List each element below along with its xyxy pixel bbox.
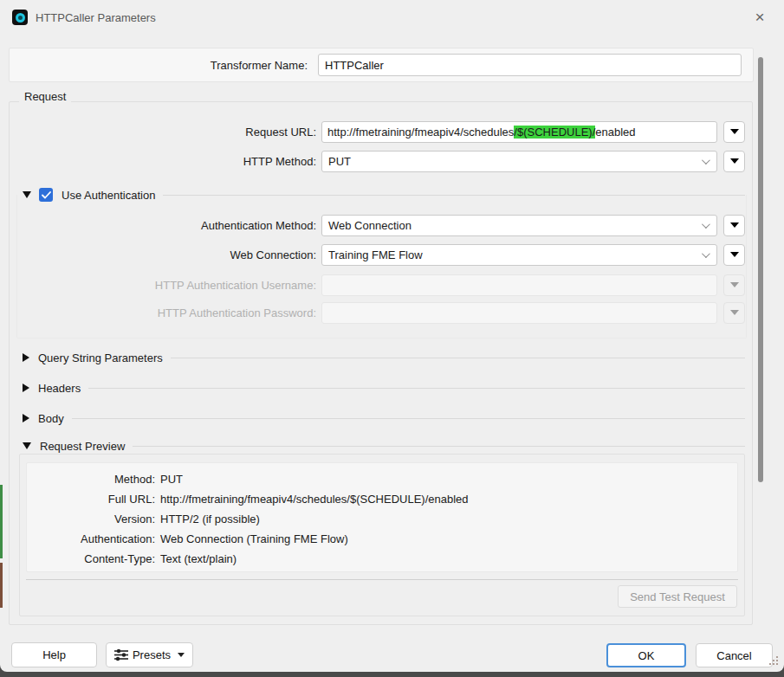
transformer-icon-ring — [16, 13, 25, 23]
checkmark-icon — [42, 191, 51, 199]
divider — [171, 358, 745, 358]
http-method-menu-button[interactable] — [723, 151, 745, 172]
http-auth-username-menu-button — [723, 274, 745, 296]
collapse-triangle-icon — [23, 442, 31, 449]
preview-row-full-url: Full URL: http://fmetraining/fmeapiv4/sc… — [27, 489, 737, 509]
dropdown-triangle-icon — [730, 282, 739, 287]
preview-value: HTTP/2 (if possible) — [160, 513, 260, 525]
http-auth-username-row: HTTP Authentication Username: — [17, 274, 745, 296]
request-preview-box: Method: PUT Full URL: http://fmetraining… — [19, 454, 745, 616]
use-authentication-checkbox[interactable] — [39, 188, 53, 202]
http-auth-username-input — [321, 274, 717, 296]
http-auth-password-label: HTTP Authentication Password: — [17, 306, 316, 319]
title-bar: HTTPCaller Parameters × — [0, 0, 784, 35]
background-window-sliver-green — [0, 485, 3, 558]
authentication-method-menu-button[interactable] — [723, 215, 745, 236]
transformer-icon — [12, 10, 28, 25]
preview-value: PUT — [160, 473, 183, 486]
preview-value: Text (text/plain) — [160, 552, 236, 565]
request-url-input[interactable]: http://fmetraining/fmeapiv4/schedules/$(… — [321, 121, 717, 143]
transformer-name-panel: Transformer Name: — [9, 48, 754, 82]
section-body[interactable]: Body — [23, 410, 745, 426]
expand-triangle-icon — [23, 384, 29, 392]
section-query-string-parameters[interactable]: Query String Parameters — [23, 350, 745, 365]
request-url-highlighted-text: /$(SCHEDULE)/ — [514, 126, 595, 139]
preview-row-authentication: Authentication: Web Connection (Training… — [27, 529, 737, 549]
request-group-label: Request — [19, 90, 71, 103]
divider — [72, 418, 745, 419]
transformer-name-input[interactable] — [318, 54, 742, 76]
vertical-scrollbar-thumb[interactable] — [758, 57, 763, 482]
section-headers[interactable]: Headers — [23, 380, 745, 396]
authentication-method-value: Web Connection — [328, 219, 411, 232]
cancel-button[interactable]: Cancel — [696, 643, 773, 667]
preview-row-method: Method: PUT — [27, 469, 737, 489]
use-authentication-header[interactable]: Use Authentication — [23, 187, 745, 203]
send-test-request-button[interactable]: Send Test Request — [618, 585, 737, 608]
dropdown-triangle-icon — [730, 252, 739, 257]
dropdown-triangle-icon — [730, 310, 739, 315]
chevron-down-icon — [702, 249, 710, 258]
request-url-menu-button[interactable] — [723, 121, 745, 143]
web-connection-row: Web Connection: Training FME Flow — [17, 243, 745, 266]
transformer-name-label: Transformer Name: — [10, 59, 313, 72]
section-request-preview[interactable]: Request Preview — [23, 438, 745, 454]
request-url-row: Request URL: http://fmetraining/fmeapiv4… — [17, 120, 745, 143]
dropdown-triangle-icon — [730, 222, 739, 228]
http-method-select[interactable]: PUT — [321, 151, 717, 172]
http-method-row: HTTP Method: PUT — [17, 150, 745, 172]
preview-value: http://fmetraining/fmeapiv4/schedules/$(… — [160, 493, 469, 506]
http-auth-password-row: HTTP Authentication Password: — [17, 301, 745, 324]
web-connection-select[interactable]: Training FME Flow — [321, 244, 717, 266]
collapse-triangle-icon — [23, 191, 31, 198]
resize-grip[interactable] — [767, 654, 778, 665]
chevron-down-icon — [702, 156, 710, 164]
dropdown-triangle-icon — [730, 129, 739, 134]
authentication-method-label: Authentication Method: — [17, 219, 316, 232]
request-preview-label: Request Preview — [40, 440, 125, 453]
divider — [88, 388, 745, 389]
presets-button-label: Presets — [133, 648, 171, 661]
expand-triangle-icon — [23, 414, 29, 422]
close-icon[interactable]: × — [746, 3, 774, 31]
http-auth-password-menu-button — [723, 302, 745, 324]
http-auth-username-label: HTTP Authentication Username: — [17, 279, 316, 292]
preview-label: Content-Type: — [27, 552, 155, 565]
use-authentication-label: Use Authentication — [62, 189, 155, 202]
divider — [163, 195, 745, 196]
preview-label: Version: — [27, 513, 155, 525]
preview-label: Authentication: — [27, 532, 155, 545]
preview-label: Method: — [27, 473, 155, 486]
dialog-title: HTTPCaller Parameters — [36, 11, 156, 24]
divider — [26, 579, 738, 580]
section-label: Headers — [38, 382, 81, 395]
httpcaller-parameters-dialog: HTTPCaller Parameters × Transformer Name… — [0, 0, 784, 672]
http-auth-password-input — [321, 302, 717, 324]
chevron-down-icon — [702, 220, 710, 229]
web-connection-label: Web Connection: — [17, 248, 316, 261]
request-url-text-after: enabled — [595, 126, 635, 139]
preview-row-content-type: Content-Type: Text (text/plain) — [27, 549, 737, 569]
expand-triangle-icon — [23, 353, 29, 362]
preview-value: Web Connection (Training FME Flow) — [160, 532, 348, 545]
presets-sliders-icon — [114, 648, 128, 661]
section-label: Query String Parameters — [38, 351, 163, 364]
preview-row-version: Version: HTTP/2 (if possible) — [27, 509, 737, 529]
help-button[interactable]: Help — [11, 642, 97, 667]
preview-label: Full URL: — [27, 493, 155, 506]
request-url-label: Request URL: — [17, 126, 316, 139]
ok-button[interactable]: OK — [606, 643, 686, 667]
divider — [133, 446, 745, 447]
web-connection-value: Training FME Flow — [328, 248, 423, 261]
background-window-sliver-brown — [0, 563, 3, 608]
dropdown-triangle-icon — [730, 158, 739, 164]
web-connection-menu-button[interactable] — [723, 244, 745, 266]
authentication-method-select[interactable]: Web Connection — [321, 215, 717, 236]
presets-button[interactable]: Presets — [106, 642, 193, 667]
http-method-label: HTTP Method: — [17, 155, 316, 168]
presets-caret-icon — [178, 653, 185, 657]
section-label: Body — [38, 412, 64, 425]
request-url-text: http://fmetraining/fmeapiv4/schedules — [327, 126, 514, 139]
authentication-method-row: Authentication Method: Web Connection — [17, 214, 745, 236]
http-method-value: PUT — [328, 155, 351, 168]
